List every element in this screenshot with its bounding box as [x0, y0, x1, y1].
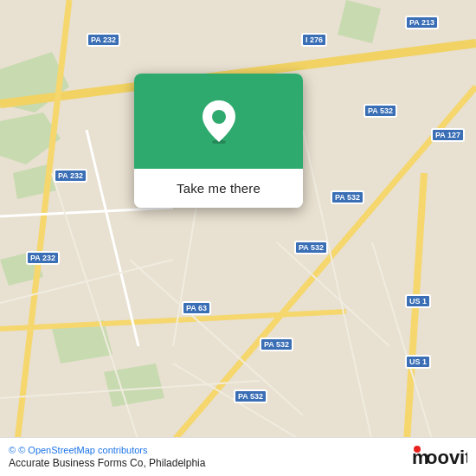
svg-point-27: [212, 110, 226, 124]
svg-rect-0: [0, 0, 476, 441]
shield-pa532-right: PA 532: [363, 104, 397, 118]
map-background: [0, 0, 476, 441]
shield-us1-low: US 1: [405, 355, 431, 369]
bottom-bar: © © OpenStreetMap contributors Accurate …: [0, 437, 476, 476]
attribution-prefix: ©: [9, 445, 18, 455]
location-pin-icon: [200, 99, 238, 144]
svg-point-30: [414, 446, 421, 453]
shield-pa232-top: PA 232: [87, 33, 120, 47]
shield-pa213: PA 213: [405, 16, 439, 29]
moovit-logo-icon: m oovit: [412, 445, 467, 469]
shield-pa532-mid: PA 532: [331, 190, 364, 204]
shield-pa532-lower: PA 532: [234, 389, 267, 403]
map-container: PA 232 I 276 PA 213 PA 532 PA 127 PA 232…: [0, 0, 476, 476]
bottom-left-info: © © OpenStreetMap contributors Accurate …: [9, 445, 205, 469]
shield-i276: I 276: [301, 33, 327, 47]
shield-us1-mid: US 1: [405, 294, 431, 308]
svg-text:oovit: oovit: [426, 447, 467, 468]
shield-pa232-low: PA 232: [26, 251, 60, 265]
take-me-there-button[interactable]: Take me there: [134, 169, 303, 208]
shield-pa63: PA 63: [182, 301, 211, 315]
shield-pa127-right: PA 127: [431, 128, 465, 142]
attribution-link: © OpenStreetMap contributors: [18, 445, 147, 455]
popup-header: [134, 74, 303, 169]
location-label: Accurate Business Forms Co, Philadelphia: [9, 457, 205, 469]
shield-pa532-low: PA 532: [260, 338, 293, 351]
popup-card: Take me there: [134, 74, 303, 208]
shield-pa532-mid2: PA 532: [294, 241, 328, 254]
moovit-brand: m oovit: [412, 445, 467, 469]
shield-pa232-mid: PA 232: [54, 169, 87, 183]
